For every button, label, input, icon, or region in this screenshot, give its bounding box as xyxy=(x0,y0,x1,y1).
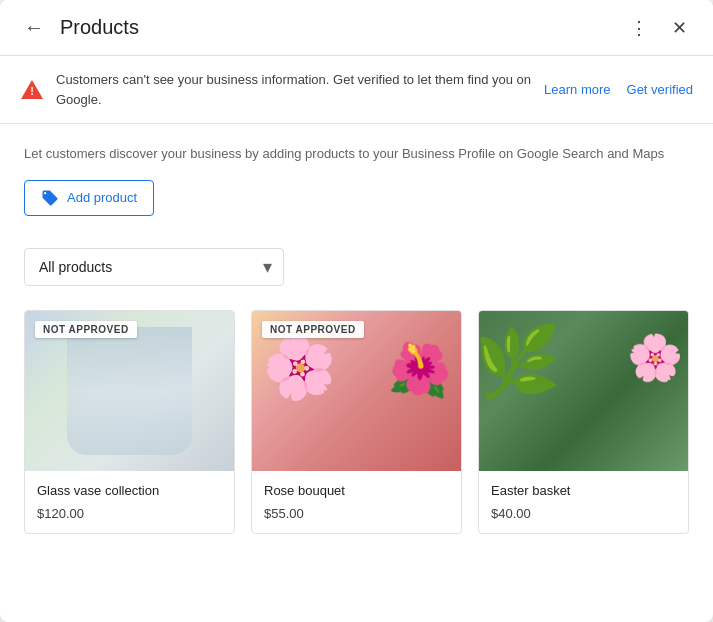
header-actions: ⋮ ✕ xyxy=(621,10,697,46)
product-name-1: Glass vase collection xyxy=(37,483,222,498)
product-price-3: $40.00 xyxy=(491,506,676,521)
add-product-button[interactable]: Add product xyxy=(24,180,154,216)
close-button[interactable]: ✕ xyxy=(661,10,697,46)
product-name-2: Rose bouquet xyxy=(264,483,449,498)
close-icon: ✕ xyxy=(672,17,687,39)
back-arrow-icon: ← xyxy=(24,16,44,39)
learn-more-link[interactable]: Learn more xyxy=(544,82,610,97)
product-card-2[interactable]: NOT APPROVED Rose bouquet $55.00 xyxy=(251,310,462,534)
product-price-2: $55.00 xyxy=(264,506,449,521)
not-approved-badge-2: NOT APPROVED xyxy=(262,321,364,338)
tag-icon xyxy=(41,189,59,207)
warning-icon: ! xyxy=(20,78,44,102)
products-grid: NOT APPROVED Glass vase collection $120.… xyxy=(0,302,713,558)
svg-text:!: ! xyxy=(30,85,34,97)
header: ← Products ⋮ ✕ xyxy=(0,0,713,56)
alert-banner: ! Customers can't see your business info… xyxy=(0,56,713,124)
description-section: Let customers discover your business by … xyxy=(0,124,713,228)
product-info-2: Rose bouquet $55.00 xyxy=(252,471,461,533)
more-options-button[interactable]: ⋮ xyxy=(621,10,657,46)
description-text: Let customers discover your business by … xyxy=(24,144,689,164)
product-price-1: $120.00 xyxy=(37,506,222,521)
product-image-container-2: NOT APPROVED xyxy=(252,311,461,471)
alert-links: Learn more Get verified xyxy=(544,82,693,97)
add-product-label: Add product xyxy=(67,190,137,205)
main-window: ← Products ⋮ ✕ ! Customers can't see you… xyxy=(0,0,713,622)
filter-dropdown-wrapper: All products Approved Not approved ▾ xyxy=(24,248,284,286)
get-verified-link[interactable]: Get verified xyxy=(627,82,693,97)
more-icon: ⋮ xyxy=(630,17,648,39)
product-name-3: Easter basket xyxy=(491,483,676,498)
product-card-1[interactable]: NOT APPROVED Glass vase collection $120.… xyxy=(24,310,235,534)
filter-select[interactable]: All products Approved Not approved xyxy=(24,248,284,286)
product-card-3[interactable]: Easter basket $40.00 xyxy=(478,310,689,534)
not-approved-badge-1: NOT APPROVED xyxy=(35,321,137,338)
filter-section: All products Approved Not approved ▾ xyxy=(0,228,713,302)
page-title: Products xyxy=(60,16,621,39)
product-image-container-3 xyxy=(479,311,688,471)
alert-text: Customers can't see your business inform… xyxy=(56,70,532,109)
product-info-3: Easter basket $40.00 xyxy=(479,471,688,533)
product-info-1: Glass vase collection $120.00 xyxy=(25,471,234,533)
product-image-3 xyxy=(479,311,688,471)
back-button[interactable]: ← xyxy=(16,10,52,46)
product-image-container-1: NOT APPROVED xyxy=(25,311,234,471)
